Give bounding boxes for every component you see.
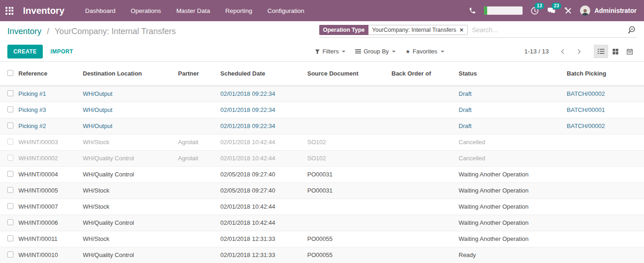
cell-status: Cancelled xyxy=(459,150,567,166)
nav-menu-item[interactable]: Dashboard xyxy=(85,7,115,14)
phone-icon[interactable] xyxy=(469,7,476,14)
row-checkbox[interactable] xyxy=(7,171,13,177)
search-magnifier-icon[interactable] xyxy=(627,25,637,35)
cell-scheduled-date: 02/05/2018 09:27:40 xyxy=(220,182,307,199)
user-name[interactable]: Administrator xyxy=(594,7,637,14)
cell-back-order-of xyxy=(391,215,459,231)
row-checkbox[interactable] xyxy=(7,219,13,225)
column-header[interactable]: Destination Location xyxy=(83,62,178,86)
column-header[interactable]: Back Order of xyxy=(391,62,459,86)
nav-menu-item[interactable]: Master Data xyxy=(176,7,210,14)
pager-next-button[interactable] xyxy=(574,47,584,57)
cell-reference: WH/INT/00002 xyxy=(18,150,83,166)
cell-reference: Picking #1 xyxy=(18,86,83,102)
table-row[interactable]: WH/INT/00002 WH/Quality Control Agrolait… xyxy=(0,150,644,166)
cell-destination-location: WH/Quality Control xyxy=(83,166,178,182)
cell-destination-location: WH/Stock xyxy=(83,182,178,199)
breadcrumb-row: Inventory / YourCompany: Internal Transf… xyxy=(0,21,644,41)
cell-partner xyxy=(178,166,220,182)
nav-menu-item[interactable]: Configuration xyxy=(267,7,304,14)
cell-back-order-of xyxy=(391,150,459,166)
row-checkbox[interactable] xyxy=(7,123,13,129)
cell-batch-picking: BATCH/00002 xyxy=(567,118,644,134)
list-view-button[interactable] xyxy=(594,45,608,58)
filters-dropdown[interactable]: Filters xyxy=(315,48,345,55)
row-select-cell xyxy=(0,102,18,118)
column-header[interactable]: Status xyxy=(459,62,567,86)
table-row[interactable]: Picking #2 WH/Output 02/01/2018 09:22:34… xyxy=(0,118,644,134)
kanban-view-button[interactable] xyxy=(608,45,622,58)
row-select-cell xyxy=(0,166,18,182)
cell-reference: WH/INT/00010 xyxy=(18,247,83,263)
timer-widget[interactable] xyxy=(484,6,523,15)
facet-remove-icon[interactable]: ✕ xyxy=(460,28,464,33)
column-header[interactable]: Scheduled Date xyxy=(220,62,307,86)
select-all-cell xyxy=(0,62,18,86)
cell-destination-location: WH/Stock xyxy=(83,199,178,215)
row-checkbox[interactable] xyxy=(7,90,13,96)
messages-icon[interactable]: 23 xyxy=(547,6,556,15)
app-brand[interactable]: Inventory xyxy=(23,6,64,16)
cell-destination-location: WH/Quality Control xyxy=(83,150,178,166)
create-button[interactable]: CREATE xyxy=(7,45,43,58)
breadcrumb-parent-link[interactable]: Inventory xyxy=(7,27,41,36)
cell-partner xyxy=(178,118,220,134)
table-row[interactable]: WH/INT/00004 WH/Quality Control 02/05/20… xyxy=(0,166,644,182)
filter-icon xyxy=(315,49,320,54)
cell-partner xyxy=(178,199,220,215)
activity-clock-icon[interactable]: 13 xyxy=(530,6,539,15)
column-header[interactable]: Reference xyxy=(18,62,83,86)
import-button[interactable]: IMPORT xyxy=(51,48,73,55)
table-row[interactable]: Picking #1 WH/Output 02/01/2018 09:22:34… xyxy=(0,86,644,102)
select-all-checkbox[interactable] xyxy=(7,70,13,76)
cell-scheduled-date: 02/01/2018 12:31:33 xyxy=(220,247,307,263)
row-checkbox[interactable] xyxy=(7,106,13,112)
table-row[interactable]: WH/INT/00006 WH/Quality Control 02/01/20… xyxy=(0,215,644,231)
cell-destination-location: WH/Output xyxy=(83,118,178,134)
table-row[interactable]: WH/INT/00007 WH/Stock 02/01/2018 10:42:4… xyxy=(0,199,644,215)
pager-previous-button[interactable] xyxy=(558,47,568,57)
table-row[interactable]: WH/INT/00005 WH/Stock 02/05/2018 09:27:4… xyxy=(0,182,644,199)
breadcrumb: Inventory / YourCompany: Internal Transf… xyxy=(7,27,176,36)
row-checkbox[interactable] xyxy=(7,251,13,257)
row-checkbox[interactable] xyxy=(7,203,13,209)
control-panel: CREATE IMPORT Filters Group By ★ Favorit… xyxy=(0,41,644,62)
cell-batch-picking xyxy=(567,166,644,182)
tools-icon[interactable] xyxy=(564,6,572,15)
table-row[interactable]: WH/INT/00010 WH/Quality Control 02/01/20… xyxy=(0,247,644,263)
nav-menu-item[interactable]: Operations xyxy=(131,7,161,14)
row-checkbox[interactable] xyxy=(7,187,13,193)
table-row[interactable]: Picking #3 WH/Output 02/01/2018 09:22:34… xyxy=(0,102,644,118)
cell-partner: Agrolait xyxy=(178,150,220,166)
apps-menu-icon[interactable] xyxy=(6,7,13,15)
row-select-cell xyxy=(0,150,18,166)
cell-scheduled-date: 02/01/2018 10:42:44 xyxy=(220,150,307,166)
row-checkbox[interactable] xyxy=(7,139,13,145)
nav-menu-item[interactable]: Reporting xyxy=(225,7,253,14)
row-select-cell xyxy=(0,199,18,215)
activity-count-badge: 13 xyxy=(535,3,544,9)
group-by-dropdown[interactable]: Group By xyxy=(355,48,396,55)
cell-source-document: PO00031 xyxy=(307,166,391,182)
column-header[interactable]: Batch Picking xyxy=(567,62,644,86)
column-header[interactable]: Source Document xyxy=(307,62,391,86)
row-checkbox[interactable] xyxy=(7,155,13,161)
cell-batch-picking xyxy=(567,199,644,215)
table-header-row: Reference Destination Location Partner S… xyxy=(0,62,644,86)
table-row[interactable]: WH/INT/00003 WH/Stock Agrolait 02/01/201… xyxy=(0,134,644,150)
cell-status: Draft xyxy=(459,118,567,134)
row-checkbox[interactable] xyxy=(7,235,13,241)
cell-batch-picking: BATCH/00001 xyxy=(567,102,644,118)
search-facet-value: YourCompany: Internal Transfers xyxy=(372,27,456,33)
cell-partner xyxy=(178,247,220,263)
cell-status: Waiting Another Operation xyxy=(459,182,567,199)
cell-batch-picking xyxy=(567,134,644,150)
cell-partner xyxy=(178,231,220,247)
user-avatar[interactable] xyxy=(580,6,590,16)
search-input[interactable] xyxy=(468,26,627,34)
favorites-dropdown[interactable]: ★ Favorites xyxy=(405,48,444,55)
column-header[interactable]: Partner xyxy=(178,62,220,86)
list-view-icon xyxy=(598,48,604,54)
calendar-view-button[interactable] xyxy=(622,45,637,58)
table-row[interactable]: WH/INT/00011 WH/Stock 02/01/2018 12:31:3… xyxy=(0,231,644,247)
